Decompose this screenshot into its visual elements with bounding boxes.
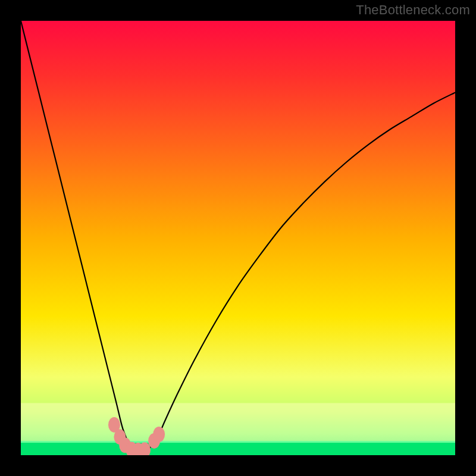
svg-rect-0 bbox=[21, 21, 455, 455]
chart-svg bbox=[21, 21, 455, 455]
svg-rect-3 bbox=[21, 441, 455, 443]
svg-rect-1 bbox=[21, 403, 455, 442]
svg-rect-2 bbox=[21, 442, 455, 455]
chart-plot-area bbox=[21, 21, 455, 455]
data-marker bbox=[153, 427, 165, 442]
chart-frame: TheBottleneck.com bbox=[0, 0, 476, 476]
watermark-text: TheBottleneck.com bbox=[356, 2, 470, 18]
